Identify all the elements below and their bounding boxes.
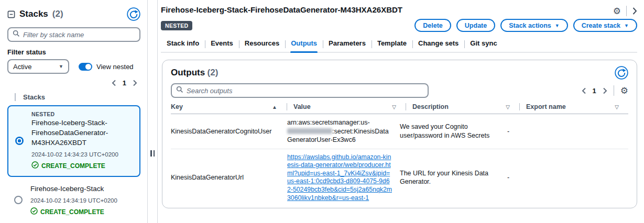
output-value: arn:aws:secretsmanager:us- :secret:Kines…: [287, 118, 400, 144]
outputs-search-field[interactable]: [171, 83, 429, 98]
next-page-icon[interactable]: [603, 87, 607, 94]
table-row: KinesisDataGeneratorUrl https://awslabs.…: [171, 149, 628, 207]
open-side-panel-icon[interactable]: [632, 7, 637, 15]
sort-icon[interactable]: ▽: [506, 104, 510, 110]
sidebar-pagination: 1: [7, 79, 140, 87]
tools-divider: [614, 85, 614, 96]
output-key: KinesisDataGeneratorCognitoUser: [171, 127, 287, 136]
outputs-search-input[interactable]: [187, 87, 423, 95]
status-success-icon: [31, 161, 39, 171]
stacks-list-label: Stacks: [23, 93, 45, 101]
prev-page-icon[interactable]: [582, 87, 586, 94]
output-description: We saved your Cognito user/password in A…: [400, 122, 507, 140]
outputs-panel: Outputs (2) 1: [162, 60, 637, 208]
current-page[interactable]: 1: [123, 79, 126, 87]
caret-down-icon: ▼: [555, 23, 560, 28]
output-description: The URL for your Kinesis Data Generator.: [400, 169, 507, 186]
status-filter-select[interactable]: Active ▼: [7, 59, 69, 74]
status-filter-value: Active: [13, 63, 31, 71]
outputs-title: Outputs: [171, 68, 205, 77]
search-icon: [13, 30, 20, 39]
column-header-description[interactable]: Description▽: [412, 103, 520, 110]
outputs-current-page[interactable]: 1: [593, 87, 596, 95]
stack-timestamp: 2024-10-02 14:34:19 UTC+0200: [30, 197, 134, 204]
page-title: Firehose-Iceberg-Stack-FirehoseDataGener…: [161, 5, 637, 14]
output-value: https://awslabs.github.io/amazon-kinesis…: [287, 153, 400, 203]
panel-resize-divider: [147, 0, 158, 223]
radio-selected-icon[interactable]: [15, 137, 24, 145]
kinesis-data-generator-link[interactable]: https://awslabs.github.io/amazon-kinesis…: [287, 153, 392, 203]
create-stack-button[interactable]: Create stack▼: [573, 19, 637, 32]
tab-outputs[interactable]: Outputs: [285, 37, 323, 52]
list-header-divider: [15, 93, 16, 101]
search-icon: [176, 86, 183, 95]
sort-icon[interactable]: ▽: [392, 104, 396, 110]
stack-list-item-selected[interactable]: NESTED Firehose-Iceberg-Stack-FirehoseDa…: [7, 105, 140, 177]
stack-filter-field[interactable]: [7, 27, 140, 42]
tab-change-sets[interactable]: Change sets: [412, 37, 464, 52]
stacks-sidebar: Stacks (2) Filter status Active ▼ View n…: [0, 0, 147, 223]
refresh-outputs-button[interactable]: [615, 66, 628, 80]
table-preferences-gear-icon[interactable]: ⚙: [620, 86, 628, 95]
output-export-name: -: [507, 127, 628, 136]
column-header-value[interactable]: Value▽: [293, 103, 406, 110]
stack-list-item[interactable]: Firehose-Iceberg-Stack 2024-10-02 14:34:…: [7, 179, 140, 221]
stack-actions-button[interactable]: Stack actions▼: [500, 19, 568, 32]
caret-down-icon: ▼: [59, 64, 63, 69]
toggle-on-icon: [79, 63, 92, 71]
tab-resources[interactable]: Resources: [239, 37, 285, 52]
stack-timestamp: 2024-10-02 14:34:23 UTC+0200: [31, 151, 133, 158]
tab-events[interactable]: Events: [205, 37, 239, 52]
table-row: KinesisDataGeneratorCognitoUser arn:aws:…: [171, 114, 628, 149]
output-export-name: -: [507, 173, 628, 182]
redacted-blur: [287, 128, 332, 134]
sort-icon[interactable]: ▽: [615, 104, 619, 110]
stack-name: Firehose-Iceberg-Stack-FirehoseDataGener…: [31, 118, 133, 148]
stack-status-text: CREATE_COMPLETE: [40, 208, 104, 216]
status-success-icon: [30, 207, 38, 217]
view-nested-toggle[interactable]: View nested: [79, 63, 134, 71]
outputs-table-header: Key▲ Value▽ Description▽ Export name▽: [171, 103, 628, 114]
tab-stack-info[interactable]: Stack info: [161, 37, 205, 52]
output-key: KinesisDataGeneratorUrl: [171, 173, 287, 182]
stack-filter-input[interactable]: [23, 31, 135, 39]
column-header-key[interactable]: Key▲: [171, 103, 287, 110]
tab-parameters[interactable]: Parameters: [323, 37, 372, 52]
top-icons-divider: [626, 6, 627, 16]
view-nested-label: View nested: [96, 63, 134, 71]
nested-badge: NESTED: [161, 21, 192, 30]
tab-git-sync[interactable]: Git sync: [464, 37, 503, 52]
outputs-count: (2): [208, 68, 219, 77]
tab-template[interactable]: Template: [372, 37, 412, 52]
next-page-icon[interactable]: [133, 80, 137, 86]
stack-detail-panel: Firehose-Iceberg-Stack-FirehoseDataGener…: [158, 0, 644, 223]
refresh-stacks-button[interactable]: [127, 7, 140, 21]
update-button[interactable]: Update: [456, 19, 495, 32]
delete-button[interactable]: Delete: [414, 19, 451, 32]
cloudformation-console: Stacks (2) Filter status Active ▼ View n…: [0, 0, 644, 223]
stack-status-text: CREATE_COMPLETE: [41, 162, 105, 170]
filter-status-label: Filter status: [7, 48, 140, 56]
settings-gear-icon[interactable]: ⚙: [613, 7, 621, 16]
resize-handle-icon[interactable]: [150, 150, 155, 157]
sidebar-stack-count: (2): [52, 9, 63, 19]
sort-ascending-icon[interactable]: ▲: [272, 104, 277, 110]
prev-page-icon[interactable]: [112, 80, 116, 86]
stacks-list-header: Stacks: [7, 93, 140, 101]
stack-name: Firehose-Iceberg-Stack: [30, 184, 134, 194]
stack-tabs: Stack info Events Resources Outputs Para…: [161, 37, 637, 53]
column-header-export-name[interactable]: Export name▽: [526, 103, 628, 110]
caret-down-icon: ▼: [624, 23, 629, 28]
sidebar-title: Stacks: [19, 9, 48, 19]
nested-label: NESTED: [31, 111, 133, 117]
radio-unselected-icon[interactable]: [14, 196, 23, 204]
collapse-panel-icon[interactable]: [7, 10, 15, 18]
